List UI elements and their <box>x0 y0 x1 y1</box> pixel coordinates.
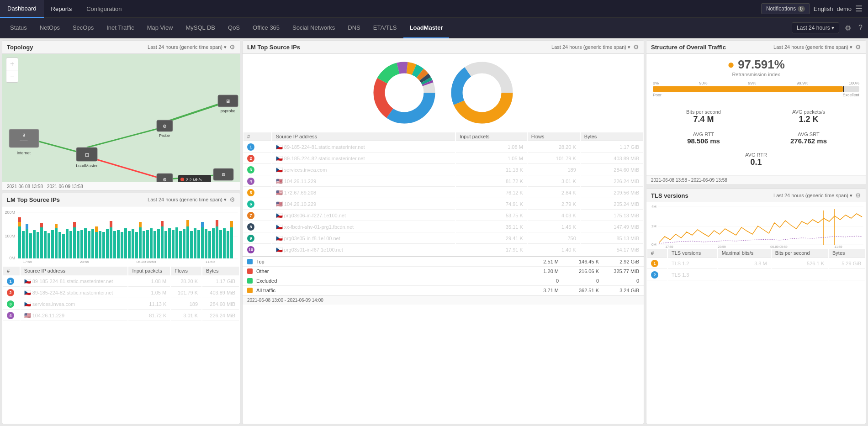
svg-rect-77 <box>135 232 138 258</box>
traffic-structure-settings[interactable]: ⚙ <box>855 43 861 51</box>
traffic-structure-title: Structure of Overall Traffic <box>651 44 726 51</box>
nav-social[interactable]: Social Networks <box>286 18 341 38</box>
retransmission-label: Retransmission index <box>653 72 859 77</box>
topology-settings-icon[interactable]: ⚙ <box>229 43 235 51</box>
col-rank: # <box>3 267 20 275</box>
tls-versions-title: TLS versions <box>651 192 688 199</box>
tls-table-row[interactable]: 1 TLS 1.2 3.8 M 526.1 K 5.29 GiB <box>647 258 865 269</box>
tls-versions-settings[interactable]: ⚙ <box>855 192 861 199</box>
svg-rect-93 <box>186 226 189 258</box>
table-row[interactable]: 2 🇨🇿 89-185-224-82.static.masterinter.ne… <box>243 153 643 164</box>
svg-text:06-09 05:59: 06-09 05:59 <box>770 245 787 248</box>
hamburger-icon[interactable]: ☰ <box>855 4 863 14</box>
table-row[interactable]: 3 🇨🇿 services.invea.com 11.13 K 189 284.… <box>3 299 239 310</box>
nav-mysql[interactable]: MySQL DB <box>180 18 222 38</box>
svg-text:17:59: 17:59 <box>665 245 673 248</box>
nav-map[interactable]: Map View <box>141 18 180 38</box>
table-row[interactable]: 8 🇨🇿 xx-fbcdn-shv-01-prg1.fbcdn.net 35.1… <box>243 222 643 232</box>
svg-text:psprobe: psprobe <box>221 109 236 113</box>
svg-rect-96 <box>194 228 196 258</box>
stat-bits-per-second: Bits per second 7.4 M <box>651 105 756 128</box>
svg-text:200M: 200M <box>5 210 15 215</box>
traffic-structure-header: Structure of Overall Traffic Last 24 hou… <box>646 41 866 54</box>
nav-inet[interactable]: Inet Traffic <box>100 18 140 38</box>
nav-loadmaster[interactable]: LoadMaster <box>403 18 450 38</box>
table-row[interactable]: 4 🇺🇸 104.26.11.229 81.72 K 3.01 K 226.24… <box>3 310 239 321</box>
tls-col-bytes: Bytes <box>829 249 865 258</box>
progress-bar-background <box>653 86 859 92</box>
zoom-in-button[interactable]: + <box>6 58 18 70</box>
table-row[interactable]: 1 🇨🇿 89-185-224-81.static.masterinter.ne… <box>3 276 239 287</box>
lm-top-source-ips-settings[interactable]: ⚙ <box>633 43 639 51</box>
table-row[interactable]: 5 🇺🇸 172.67.69.208 76.12 K 2.84 K 209.56… <box>243 188 643 198</box>
nav-dns[interactable]: DNS <box>341 18 366 38</box>
svg-line-1 <box>87 127 164 147</box>
progress-bar-section: 0% 90% 99% 99.9% 100% Poor Excellent <box>653 81 859 97</box>
table-row[interactable]: 2 🇨🇿 89-185-224-82.static.masterinter.ne… <box>3 288 239 298</box>
svg-text:2M: 2M <box>651 224 656 228</box>
mid-col-packets: Input packets <box>456 132 527 141</box>
tls-versions-time[interactable]: Last 24 hours (generic time span) ▾ <box>773 193 852 199</box>
lm-source-ips-bottom-time[interactable]: Last 24 hours (generic time span) ▾ <box>148 197 227 203</box>
svg-text:4M: 4M <box>651 205 656 209</box>
topology-time-range[interactable]: Last 24 hours (generic time span) ▾ <box>148 44 227 50</box>
language-selector[interactable]: English <box>814 5 833 12</box>
retransmission-section: ● 97.591% Retransmission index 0% 90% 99… <box>646 54 866 101</box>
svg-point-129 <box>468 79 496 106</box>
nav-office365[interactable]: Office 365 <box>246 18 286 38</box>
svg-text:100M: 100M <box>5 234 15 238</box>
lm-top-source-ips-time[interactable]: Last 24 hours (generic time span) ▾ <box>551 44 630 50</box>
mid-col-ip: Source IP address <box>272 132 455 141</box>
zoom-out-button[interactable]: − <box>6 70 18 82</box>
nav-configuration[interactable]: Configuration <box>79 0 129 18</box>
settings-icon[interactable]: ⚙ <box>843 22 853 34</box>
user-menu[interactable]: demo <box>836 5 852 12</box>
lm-top-source-ips-header: LM Top Source IPs Last 24 hours (generic… <box>243 41 644 54</box>
right-panel: Structure of Overall Traffic Last 24 hou… <box>644 38 868 426</box>
nav-status[interactable]: Status <box>4 18 33 38</box>
svg-rect-45 <box>37 232 39 258</box>
svg-rect-57 <box>73 227 76 258</box>
table-row[interactable]: 9 🇨🇿 prg03s05-in-f8.1e100.net 29.41 K 75… <box>243 233 643 244</box>
table-row[interactable]: 3 🇨🇿 services.invea.com 11.13 K 189 284.… <box>243 165 643 175</box>
nav-secops[interactable]: SecOps <box>66 18 100 38</box>
tls-table-container: # TLS versions Maximal bits/s Bits per s… <box>646 248 866 424</box>
table-row[interactable]: 7 🇨🇿 prg03s06-in-f227.1e100.net 53.75 K … <box>243 210 643 221</box>
lm-source-ips-bottom-settings[interactable]: ⚙ <box>229 196 235 203</box>
svg-rect-80 <box>143 231 145 258</box>
stats-grid: Bits per second 7.4 M AVG packets/s 1.2 … <box>646 101 866 175</box>
time-range-button[interactable]: Last 24 hours ▾ <box>792 22 839 33</box>
traffic-structure-time[interactable]: Last 24 hours (generic time span) ▾ <box>773 44 852 50</box>
notifications-button[interactable]: Notifications 0 <box>761 3 810 14</box>
top-nav-left: Dashboard Reports Configuration <box>0 0 129 18</box>
nav-qos[interactable]: QoS <box>222 18 246 38</box>
table-row[interactable]: 1 🇨🇿 89-185-224-81.static.masterinter.ne… <box>243 142 643 153</box>
summary-row-other: Other 1.20 M 216.06 K 325.77 MiB <box>243 267 644 276</box>
dashboard-label: Dashboard <box>7 5 37 12</box>
table-row[interactable]: 10 🇨🇿 prg03s01-in-f67.1e100.net 17.91 K … <box>243 245 643 255</box>
topology-map: + − 🖥 ─── int <box>2 54 240 182</box>
topology-header: Topology Last 24 hours (generic time spa… <box>2 41 240 54</box>
summary-row-excluded: Excluded 0 0 0 <box>243 276 644 286</box>
svg-rect-101 <box>208 231 211 258</box>
svg-rect-68 <box>106 229 109 258</box>
svg-rect-98 <box>201 227 204 258</box>
table-row[interactable]: 4 🇺🇸 104.26.11.229 81.72 K 3.01 K 226.24… <box>243 176 643 187</box>
nav-netops[interactable]: NetOps <box>33 18 66 38</box>
svg-rect-87 <box>164 231 167 258</box>
stat-avg-rtt: AVG RTT 98.506 ms <box>651 128 756 148</box>
svg-rect-106 <box>223 228 226 258</box>
svg-rect-54 <box>62 234 65 258</box>
svg-rect-95 <box>190 231 193 258</box>
left-panel: Topology Last 24 hours (generic time spa… <box>0 38 242 426</box>
svg-rect-59 <box>77 231 79 258</box>
nav-reports[interactable]: Reports <box>44 0 79 18</box>
svg-text:🖥: 🖥 <box>22 133 26 137</box>
nav-etatls[interactable]: ETA/TLS <box>367 18 403 38</box>
table-row[interactable]: 6 🇺🇸 104.26.10.229 74.91 K 2.79 K 205.24… <box>243 199 643 210</box>
nav-dashboard[interactable]: Dashboard <box>0 0 44 18</box>
tls-table-row[interactable]: 2 TLS 1.3 <box>647 270 865 280</box>
help-icon[interactable]: ? <box>857 22 864 34</box>
lm-source-ips-bottom-chart: 200M 100M 0M <box>2 206 240 266</box>
tls-col-version: TLS versions <box>668 249 717 258</box>
